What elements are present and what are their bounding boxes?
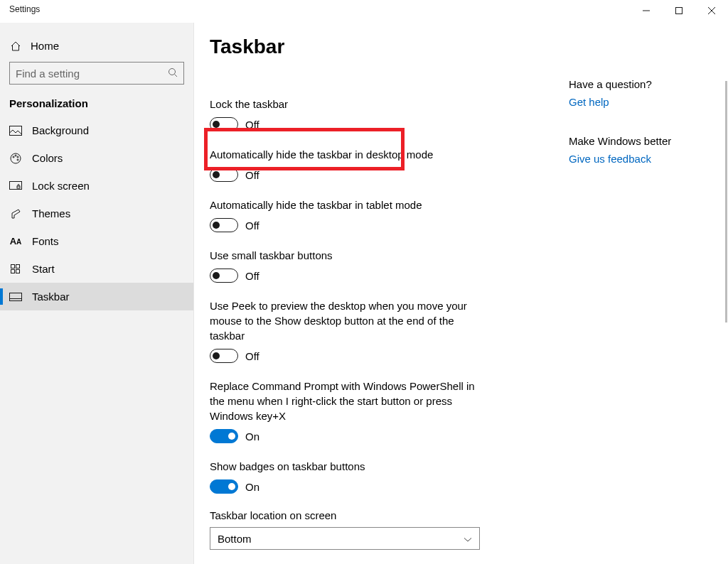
search-input[interactable]: Find a setting xyxy=(9,62,184,85)
colors-icon xyxy=(9,153,22,164)
toggle-auto-hide-desktop[interactable] xyxy=(210,168,238,182)
scrollbar-thumb[interactable] xyxy=(725,81,727,322)
setting-label: Automatically hide the taskbar in deskto… xyxy=(210,147,480,162)
start-icon xyxy=(9,264,22,274)
setting-label: Replace Command Prompt with Windows Powe… xyxy=(210,379,480,423)
chevron-down-icon xyxy=(464,533,472,545)
toggle-auto-hide-tablet[interactable] xyxy=(210,218,238,232)
toggle-state: Off xyxy=(245,350,259,362)
dropdown-label: Taskbar location on screen xyxy=(210,509,712,521)
setting-small-buttons: Use small taskbar buttons Off xyxy=(210,248,480,283)
svg-point-10 xyxy=(17,156,18,158)
themes-icon xyxy=(9,208,22,219)
background-icon xyxy=(9,126,22,136)
improve-label: Make Windows better xyxy=(569,135,704,147)
svg-rect-14 xyxy=(11,264,15,268)
setting-label: Use small taskbar buttons xyxy=(210,248,480,263)
toggle-lock-taskbar[interactable] xyxy=(210,117,238,131)
link-get-help[interactable]: Get help xyxy=(569,96,704,108)
sidebar-item-fonts[interactable]: AA Fonts xyxy=(0,227,193,255)
svg-point-9 xyxy=(15,155,16,156)
sidebar: Home Find a setting Personalization Back… xyxy=(0,23,194,564)
dropdown-value: Bottom xyxy=(218,533,252,545)
svg-point-4 xyxy=(169,68,176,75)
setting-label: Use Peek to preview the desktop when you… xyxy=(210,298,480,343)
app-name: Settings xyxy=(0,0,40,14)
sidebar-item-label: Start xyxy=(32,263,55,275)
scrollbar[interactable] xyxy=(723,23,727,564)
sidebar-item-taskbar[interactable]: Taskbar xyxy=(0,283,193,310)
setting-lock-taskbar: Lock the taskbar Off xyxy=(210,97,480,131)
sidebar-item-label: Background xyxy=(32,124,89,136)
sidebar-item-start[interactable]: Start xyxy=(0,255,193,283)
close-button[interactable] xyxy=(695,0,728,21)
search-icon xyxy=(168,67,178,80)
sidebar-category: Personalization xyxy=(0,97,193,116)
toggle-state: Off xyxy=(245,219,259,232)
svg-rect-1 xyxy=(676,8,682,14)
sidebar-item-lockscreen[interactable]: Lock screen xyxy=(0,172,193,200)
setting-powershell: Replace Command Prompt with Windows Powe… xyxy=(210,379,480,443)
search-placeholder: Find a setting xyxy=(16,67,80,80)
svg-rect-16 xyxy=(11,269,15,273)
toggle-powershell[interactable] xyxy=(210,429,238,443)
sidebar-item-label: Lock screen xyxy=(32,180,90,192)
svg-rect-6 xyxy=(10,126,22,135)
toggle-state: On xyxy=(245,481,259,493)
maximize-button[interactable] xyxy=(663,0,695,21)
sidebar-item-label: Fonts xyxy=(32,235,59,247)
setting-label: Automatically hide the taskbar in tablet… xyxy=(210,197,480,212)
toggle-state: On xyxy=(245,430,259,443)
toggle-state: Off xyxy=(245,169,259,181)
help-pane: Have a question? Get help Make Windows b… xyxy=(569,78,704,192)
lockscreen-icon xyxy=(9,181,22,191)
svg-rect-18 xyxy=(10,293,22,300)
toggle-state: Off xyxy=(245,119,259,131)
setting-auto-hide-desktop: Automatically hide the taskbar in deskto… xyxy=(210,147,480,182)
setting-label: Show badges on taskbar buttons xyxy=(210,459,480,474)
toggle-state: Off xyxy=(245,270,259,282)
sidebar-item-themes[interactable]: Themes xyxy=(0,200,193,227)
sidebar-home[interactable]: Home xyxy=(0,37,193,62)
help-question: Have a question? xyxy=(569,78,704,90)
taskbar-icon xyxy=(9,293,22,301)
link-feedback[interactable]: Give us feedback xyxy=(569,153,704,165)
toggle-peek[interactable] xyxy=(210,349,238,363)
dropdown-taskbar-location[interactable]: Bottom xyxy=(210,527,480,550)
svg-line-5 xyxy=(175,74,178,77)
window-controls xyxy=(630,0,728,21)
setting-taskbar-location: Taskbar location on screen Bottom xyxy=(210,509,712,550)
setting-label: Lock the taskbar xyxy=(210,97,480,112)
sidebar-item-background[interactable]: Background xyxy=(0,116,193,144)
toggle-small-buttons[interactable] xyxy=(210,269,238,283)
setting-peek: Use Peek to preview the desktop when you… xyxy=(210,298,480,363)
setting-badges: Show badges on taskbar buttons On xyxy=(210,459,480,494)
window-titlebar: Settings xyxy=(0,0,728,23)
svg-rect-13 xyxy=(17,186,20,188)
fonts-icon: AA xyxy=(9,236,22,246)
svg-rect-17 xyxy=(16,269,20,273)
svg-point-11 xyxy=(17,159,18,161)
page-title: Taskbar xyxy=(210,36,712,58)
toggle-badges[interactable] xyxy=(210,479,238,494)
home-icon xyxy=(9,40,22,52)
svg-point-8 xyxy=(13,156,14,158)
sidebar-item-colors[interactable]: Colors xyxy=(0,144,193,172)
sidebar-item-label: Colors xyxy=(32,152,63,164)
sidebar-item-label: Themes xyxy=(32,207,70,219)
sidebar-item-label: Taskbar xyxy=(32,291,70,303)
home-label: Home xyxy=(31,40,59,52)
setting-auto-hide-tablet: Automatically hide the taskbar in tablet… xyxy=(210,197,480,232)
minimize-button[interactable] xyxy=(630,0,663,21)
svg-rect-15 xyxy=(16,264,20,268)
content-area: Taskbar Lock the taskbar Off Automatical… xyxy=(194,23,728,564)
